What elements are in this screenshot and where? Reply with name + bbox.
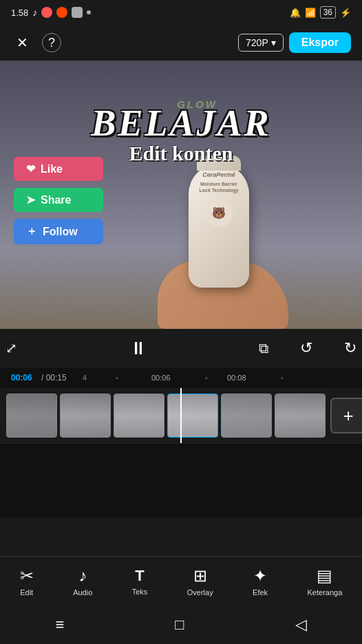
product-hand-area: CeraPermé Moisture Barrier Lock Technolo… [151,136,302,329]
total-time: / 00:15 [41,373,67,383]
resolution-label: 720P [246,37,268,48]
status-right: 🔔 📶 36 ⚡ [290,6,351,19]
status-dot [87,10,91,14]
timeline-empty-area [0,443,362,517]
track-clip-2[interactable] [60,394,111,438]
track-clip-4[interactable] [167,394,218,438]
ruler-dot-2: • [205,374,208,382]
plus-icon: + [343,405,353,427]
status-time: 1.58 [11,8,28,18]
efek-label: Efek [253,588,268,597]
caption-icon: ⧉ [259,341,268,356]
share-button[interactable]: ➤ Share [14,188,103,212]
top-toolbar: ✕ ? 720P ▾ Ekspor [0,25,362,61]
battery-text: 36 [320,6,336,19]
app-icon-3 [72,7,83,18]
effects-icon: ✦ [253,566,267,586]
alarm-icon: 🔔 [290,8,301,18]
menu-icon: ≡ [55,616,64,633]
playhead-line [180,388,182,443]
overlay-label: Overlay [187,588,213,597]
like-button[interactable]: ❤ Like [14,157,103,181]
video-preview: CeraPermé Moisture Barrier Lock Technolo… [0,61,362,329]
audio-label: Audio [73,588,92,597]
add-clip-button[interactable]: + [330,398,362,433]
undo-button[interactable]: ↺ [295,334,318,363]
close-button[interactable]: ✕ [11,29,34,56]
tiktok-icon: ♪ [32,7,37,18]
navigation-bar: ≡ □ ◁ [0,605,362,644]
share-icon: ➤ [26,193,35,206]
toolbar-left: ✕ ? [11,29,61,56]
timeline-ruler: 00:06 / 00:15 4 • 00:06 • 00:08 • [0,367,362,388]
fullscreen-button[interactable]: ⤢ [0,334,23,363]
toolbar-right: 720P ▾ Ekspor [238,32,351,53]
nav-back-button[interactable]: ◁ [295,616,307,634]
product-logo: 🐻 [205,200,233,227]
charging-icon: ⚡ [340,8,351,18]
undo-icon: ↺ [300,339,312,356]
ruler-dot-3: • [281,374,284,382]
heart-icon: ❤ [26,162,35,175]
track-clip-6[interactable] [275,394,326,438]
keterangan-label: Keteranga [308,588,343,597]
follow-label: Follow [43,226,78,238]
nav-home-button[interactable]: □ [175,616,184,634]
overlay-icon: ⊞ [193,566,207,586]
product-label: CeraPermé Moisture Barrier Lock Technolo… [195,171,243,233]
music-icon: ♪ [78,566,87,586]
track-clip-3[interactable] [114,394,164,438]
ruler-dot-1: • [116,374,118,382]
tool-edit[interactable]: ✂ Edit [20,566,34,597]
video-title: BELAJAR [91,102,270,144]
follow-button[interactable]: ＋ Follow [14,219,103,244]
track-clip-5[interactable] [221,394,272,438]
timeline-tracks[interactable]: + [0,388,362,443]
tube-body: CeraPermé Moisture Barrier Lock Technolo… [189,164,249,288]
back-icon: ◁ [295,616,307,633]
track-clip-1[interactable] [6,394,57,438]
tool-audio[interactable]: ♪ Audio [73,566,92,597]
keterangan-icon: ▤ [317,566,332,586]
resolution-button[interactable]: 720P ▾ [238,34,284,52]
home-icon: □ [175,616,184,633]
playback-controls: ⤢ ⏸ ⧉ ↺ ↻ [0,329,362,367]
help-button[interactable]: ? [42,33,61,52]
status-bar: 1.58 ♪ 🔔 📶 36 ⚡ [0,0,362,25]
plus-icon: ＋ [26,224,37,239]
teks-label: Teks [132,588,148,596]
like-label: Like [41,163,63,175]
app-icon-1 [41,7,52,18]
scissors-icon: ✂ [20,566,34,586]
ruler-marker-0: 4 [83,374,87,382]
text-icon: T [135,567,144,585]
video-background: CeraPermé Moisture Barrier Lock Technolo… [0,61,362,329]
bottom-toolbar: ✂ Edit ♪ Audio T Teks ⊞ Overlay ✦ Efek ▤… [0,556,362,605]
resolution-arrow: ▾ [271,37,276,48]
ruler-marker-1: 00:06 [151,374,171,382]
nav-menu-button[interactable]: ≡ [55,616,64,634]
share-label: Share [41,194,71,206]
tool-keterangan[interactable]: ▤ Keteranga [308,566,343,597]
status-left: 1.58 ♪ [11,7,91,18]
redo-icon: ↻ [344,339,356,356]
pause-button[interactable]: ⏸ [124,332,153,365]
tool-teks[interactable]: T Teks [132,567,148,596]
ruler-marker-2: 00:08 [227,374,246,382]
export-button[interactable]: Ekspor [289,32,351,53]
tool-efek[interactable]: ✦ Efek [253,566,268,597]
action-buttons-group: ❤ Like ➤ Share ＋ Follow [14,157,103,244]
caption-button[interactable]: ⧉ [253,334,274,363]
video-subtitle: Edit konten [129,142,233,165]
redo-button[interactable]: ↻ [339,334,362,363]
current-time: 00:06 [11,373,32,383]
edit-label: Edit [20,588,33,597]
fullscreen-icon: ⤢ [6,341,17,356]
signal-icon: 📶 [305,8,316,18]
app-icon-2 [56,7,67,18]
tool-overlay[interactable]: ⊞ Overlay [187,566,213,597]
pause-icon: ⏸ [129,338,147,358]
